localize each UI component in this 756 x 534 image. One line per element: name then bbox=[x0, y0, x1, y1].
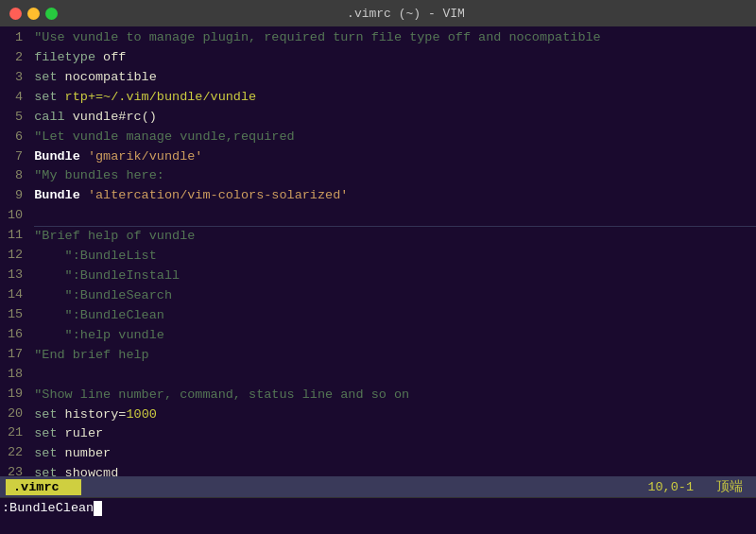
code-line: ":BundleList bbox=[34, 247, 756, 267]
code-line: ":BundleSearch bbox=[34, 286, 756, 306]
code-line: set ruler bbox=[34, 424, 756, 444]
line-number: 15 bbox=[8, 305, 23, 325]
status-position: 10,0-1 bbox=[632, 479, 709, 495]
line-number: 14 bbox=[8, 285, 23, 305]
code-line: call vundle#rc() bbox=[34, 108, 756, 128]
code-line: ":help vundle bbox=[34, 326, 756, 346]
line-number: 21 bbox=[8, 423, 23, 443]
code-line: set showcmd bbox=[34, 464, 756, 476]
line-number: 9 bbox=[8, 186, 23, 206]
line-number: 22 bbox=[8, 443, 23, 463]
close-button[interactable] bbox=[9, 8, 22, 20]
line-number: 13 bbox=[8, 266, 23, 285]
line-number: 17 bbox=[8, 345, 23, 365]
cmd-bar[interactable]: :BundleClean bbox=[0, 497, 756, 518]
code-content[interactable]: "Use vundle to manage plugin, required t… bbox=[30, 26, 756, 476]
line-number: 11 bbox=[8, 226, 23, 246]
line-number: 1 bbox=[8, 28, 23, 48]
line-number: 8 bbox=[8, 166, 23, 186]
line-number: 12 bbox=[8, 246, 23, 266]
maximize-button[interactable] bbox=[45, 8, 58, 20]
window-title: .vimrc (~) - VIM bbox=[65, 7, 747, 21]
line-number: 19 bbox=[8, 385, 23, 405]
line-numbers: 123456789101112131415161718192021222324 bbox=[0, 26, 30, 476]
line-number: 18 bbox=[8, 365, 23, 385]
code-line: ":BundleInstall bbox=[34, 267, 756, 286]
line-number: 7 bbox=[8, 147, 23, 167]
status-filename: .vimrc bbox=[6, 479, 81, 495]
minimize-button[interactable] bbox=[27, 8, 40, 20]
code-line: set rtp+=~/.vim/bundle/vundle bbox=[34, 88, 756, 108]
code-line: Bundle 'gmarik/vundle' bbox=[34, 147, 756, 167]
code-line: "Brief help of vundle bbox=[34, 227, 756, 247]
code-line: set number bbox=[34, 444, 756, 464]
cmd-cursor bbox=[94, 501, 102, 516]
status-bar: .vimrc 10,0-1 顶端 bbox=[0, 476, 756, 497]
code-line bbox=[34, 366, 756, 386]
code-line: "My bundles here: bbox=[34, 166, 756, 186]
line-number: 16 bbox=[8, 325, 23, 345]
code-line bbox=[34, 206, 756, 227]
editor-area: 123456789101112131415161718192021222324 … bbox=[0, 26, 756, 476]
code-line: "End brief help bbox=[34, 346, 756, 366]
code-line: set history=1000 bbox=[34, 405, 756, 425]
line-number: 4 bbox=[8, 88, 23, 108]
code-line: Bundle 'altercation/vim-colors-solarized… bbox=[34, 186, 756, 206]
line-number: 20 bbox=[8, 405, 23, 424]
code-line: set nocompatible bbox=[34, 68, 756, 88]
code-line: "Use vundle to manage plugin, required t… bbox=[34, 28, 756, 48]
line-number: 2 bbox=[8, 48, 23, 68]
code-line: ":BundleClean bbox=[34, 306, 756, 326]
line-number: 23 bbox=[8, 463, 23, 476]
code-line: filetype off bbox=[34, 48, 756, 68]
line-number: 5 bbox=[8, 108, 23, 128]
status-top: 顶端 bbox=[709, 477, 750, 496]
line-number: 10 bbox=[8, 206, 23, 226]
cmd-text: :BundleClean bbox=[2, 501, 94, 515]
line-number: 3 bbox=[8, 68, 23, 88]
code-line: "Let vundle manage vundle,required bbox=[34, 128, 756, 147]
code-line: "Show line number, command, status line … bbox=[34, 386, 756, 405]
line-number: 6 bbox=[8, 128, 23, 147]
window-controls bbox=[9, 8, 58, 20]
title-bar: .vimrc (~) - VIM bbox=[0, 0, 756, 26]
